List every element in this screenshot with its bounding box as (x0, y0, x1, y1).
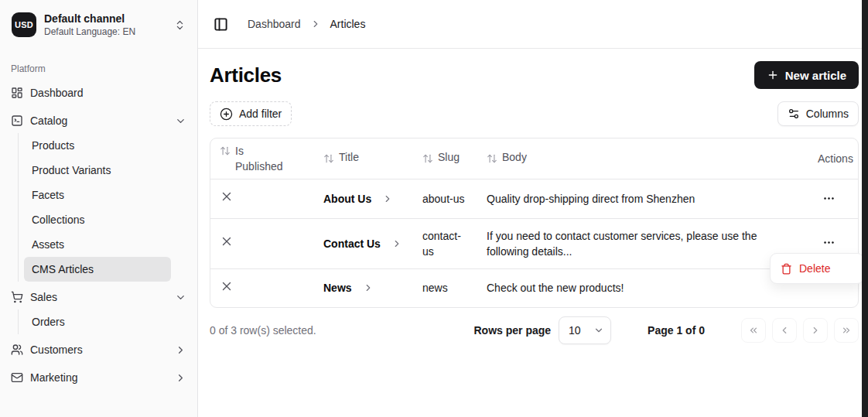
sidebar-item-customers[interactable]: Customers (11, 337, 186, 362)
sidebar-item-marketing[interactable]: Marketing (11, 365, 186, 390)
sidebar-item-label: Orders (32, 316, 65, 328)
chevron-right-icon (175, 372, 186, 384)
channel-meta: Default channel Default Language: EN (44, 12, 166, 38)
sidebar-item-sales[interactable]: Sales (11, 285, 186, 309)
column-header-is-published[interactable]: Is Published (210, 138, 314, 179)
slug-cell: about-us (413, 179, 477, 219)
sidebar-item-orders[interactable]: Orders (24, 309, 171, 334)
channel-language: Default Language: EN (44, 26, 166, 38)
breadcrumb-dashboard[interactable]: Dashboard (248, 18, 301, 30)
row-context-menu: Delete (770, 253, 864, 284)
rows-per-page-value: 10 (569, 324, 581, 337)
sidebar-item-product-variants[interactable]: Product Variants (24, 158, 171, 183)
sidebar-item-catalog[interactable]: Catalog (11, 108, 186, 133)
rows-per-page-label: Rows per page (473, 324, 551, 337)
sidebar-item-products[interactable]: Products (24, 133, 171, 158)
article-title-link[interactable]: About Us (323, 191, 393, 207)
add-filter-button[interactable]: Add filter (210, 101, 292, 126)
topbar: Dashboard Articles (198, 0, 868, 49)
last-page-button[interactable] (834, 318, 859, 343)
sidebar-item-label: Product Variants (32, 164, 111, 176)
platform-section-label: Platform (0, 63, 197, 74)
users-icon (11, 344, 23, 356)
chevron-down-icon (593, 325, 604, 336)
article-title: Contact Us (323, 236, 381, 251)
channel-name: Default channel (44, 12, 166, 26)
new-article-label: New article (785, 69, 846, 82)
sidebar-item-label: Sales (30, 291, 57, 303)
catalog-icon (11, 115, 23, 127)
chevron-left-icon (779, 325, 790, 336)
chevron-down-icon (175, 115, 186, 127)
column-label: Actions (818, 152, 853, 165)
title-cell: News (314, 268, 413, 307)
row-actions-button[interactable] (818, 234, 839, 252)
ellipsis-icon (822, 192, 836, 205)
catalog-subtree: Products Product Variants Facets Collect… (18, 133, 197, 282)
article-title: News (323, 280, 352, 296)
next-page-button[interactable] (803, 318, 828, 343)
chevron-right-icon (391, 238, 402, 249)
sidebar-item-label: Facets (32, 189, 64, 201)
screen-edge-strip (862, 0, 868, 417)
sidebar-item-label: Catalog (30, 115, 67, 127)
sort-icon (422, 153, 433, 166)
article-title-link[interactable]: Contact Us (323, 236, 402, 251)
rows-selected-text: 0 of 3 row(s) selected. (210, 324, 316, 337)
delete-menu-item[interactable]: Delete (774, 257, 860, 280)
mail-icon (11, 371, 23, 384)
plus-icon (767, 69, 779, 81)
delete-menu-label: Delete (799, 262, 830, 275)
new-article-button[interactable]: New article (754, 61, 859, 89)
article-title: About Us (323, 191, 371, 207)
sidebar-item-label: CMS Articles (32, 263, 94, 275)
chevron-right-icon (363, 282, 374, 293)
is-published-cell (210, 179, 314, 219)
article-title-link[interactable]: News (323, 280, 374, 296)
sidebar-item-collections[interactable]: Collections (24, 207, 171, 232)
sliders-icon (788, 108, 800, 120)
channel-switcher[interactable]: USD Default channel Default Language: EN (6, 6, 191, 43)
previous-page-button[interactable] (772, 318, 797, 343)
sidebar-toggle-button[interactable] (210, 14, 231, 34)
slug-cell: contact-us (413, 218, 477, 268)
sort-icon (487, 153, 497, 166)
main-area: Dashboard Articles Articles New article (198, 0, 868, 417)
column-header-slug[interactable]: Slug (413, 138, 477, 179)
chevrons-left-icon (748, 325, 759, 336)
sidebar-item-label: Dashboard (30, 87, 84, 99)
pagination (741, 318, 859, 343)
sidebar: USD Default channel Default Language: EN… (0, 0, 198, 417)
sidebar-item-dashboard[interactable]: Dashboard (11, 80, 186, 105)
column-header-title[interactable]: Title (314, 138, 413, 179)
actions-cell (808, 179, 858, 219)
slug-cell: news (413, 268, 477, 307)
first-page-button[interactable] (741, 318, 766, 343)
sidebar-item-label: Collections (32, 214, 84, 226)
chevron-right-icon (810, 325, 821, 336)
title-cell: Contact Us (314, 218, 413, 268)
columns-label: Columns (806, 108, 849, 120)
chevrons-up-down-icon (174, 19, 186, 31)
table-row: About Us about-us Quality drop-shipping … (210, 179, 858, 219)
circle-plus-icon (220, 108, 233, 121)
row-actions-button[interactable] (818, 189, 839, 207)
sidebar-item-facets[interactable]: Facets (24, 183, 171, 207)
column-header-body[interactable]: Body (477, 138, 808, 179)
dashboard-icon (11, 87, 23, 99)
sidebar-item-assets[interactable]: Assets (24, 232, 171, 257)
body-cell: Check out the new products! (477, 268, 808, 307)
chevrons-right-icon (841, 325, 852, 336)
is-published-cell (210, 218, 314, 268)
page-title: Articles (210, 63, 282, 87)
x-icon (220, 279, 234, 293)
chevron-right-icon (382, 193, 393, 204)
table-footer: 0 of 3 row(s) selected. Rows per page 10… (210, 316, 859, 344)
sidebar-item-cms-articles[interactable]: CMS Articles (24, 257, 171, 282)
chevron-right-icon (175, 344, 186, 356)
sidebar-item-label: Products (32, 139, 74, 152)
sidebar-item-label: Customers (30, 344, 83, 356)
columns-button[interactable]: Columns (777, 101, 859, 126)
rows-per-page-select[interactable]: 10 (559, 316, 611, 344)
table-row: Contact Us contact-us If you need to con… (210, 218, 858, 268)
